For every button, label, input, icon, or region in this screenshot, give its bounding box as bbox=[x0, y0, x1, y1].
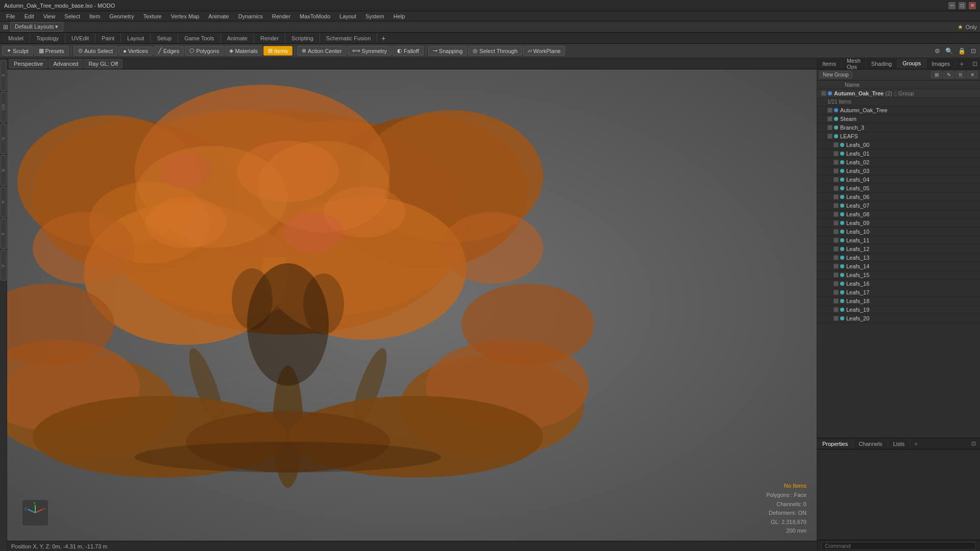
rp-tab-items[interactable]: Items bbox=[817, 59, 842, 68]
ray-gl-button[interactable]: Ray GL: Off bbox=[84, 59, 122, 68]
menu-system[interactable]: System bbox=[361, 12, 388, 20]
tab-game-tools[interactable]: Game Tools bbox=[178, 34, 221, 43]
item-leafs-19[interactable]: Leafs_19 bbox=[817, 306, 980, 314]
menu-file[interactable]: File bbox=[2, 12, 19, 20]
command-input[interactable] bbox=[821, 542, 976, 550]
menu-maxtomodo[interactable]: MaxToModo bbox=[296, 12, 334, 20]
item-leafs-17[interactable]: Leafs_17 bbox=[817, 288, 980, 297]
tab-layout[interactable]: Layout bbox=[121, 34, 151, 43]
sidebar-edge-tab[interactable]: E bbox=[1, 155, 7, 186]
items-delete-button[interactable]: ✕ bbox=[967, 71, 978, 79]
menu-dynamics[interactable]: Dynamics bbox=[234, 12, 267, 20]
menu-item[interactable]: Item bbox=[85, 12, 104, 20]
rp-tab-mesh-ops[interactable]: Mesh Ops bbox=[842, 56, 866, 71]
menu-select[interactable]: Select bbox=[60, 12, 84, 20]
tab-model[interactable]: Model bbox=[2, 34, 30, 43]
viewport[interactable]: X Z Y No Items Polygons : Face Channels:… bbox=[7, 69, 817, 541]
symmetry-button[interactable]: ⟺ Symmetry bbox=[348, 46, 392, 56]
close-button[interactable]: ✕ bbox=[969, 2, 976, 9]
item-visibility-toggle[interactable] bbox=[821, 91, 826, 96]
item-steam[interactable]: Steam bbox=[817, 115, 980, 123]
item-leafs-09[interactable]: Leafs_09 bbox=[817, 219, 980, 228]
items-copy-button[interactable]: ⎘ bbox=[955, 71, 966, 79]
polygons-button[interactable]: ⬡ Polygons bbox=[185, 46, 224, 56]
tab-setup[interactable]: Setup bbox=[151, 34, 178, 43]
items-edit-button[interactable]: ✎ bbox=[943, 71, 954, 79]
menu-texture[interactable]: Texture bbox=[139, 12, 166, 20]
sidebar-sculpt-tab[interactable]: S bbox=[1, 60, 7, 91]
workplane-button[interactable]: ▱ WorkPlane bbox=[523, 46, 566, 56]
advanced-button[interactable]: Advanced bbox=[48, 59, 83, 68]
menu-view[interactable]: View bbox=[39, 12, 60, 20]
item-leafs-14[interactable]: Leafs_14 bbox=[817, 262, 980, 271]
rp-tab-groups[interactable]: Groups bbox=[897, 59, 926, 69]
item-leafs-01[interactable]: Leafs_01 bbox=[817, 149, 980, 158]
items-view-button[interactable]: ⊞ bbox=[931, 71, 942, 79]
sidebar-uv-tab[interactable]: UV bbox=[1, 92, 7, 122]
menu-geometry[interactable]: Geometry bbox=[105, 12, 138, 20]
maximize-button[interactable]: □ bbox=[959, 2, 966, 9]
item-leafs-04[interactable]: Leafs_04 bbox=[817, 176, 980, 184]
rp-tab-add-button[interactable]: + bbox=[955, 58, 968, 69]
presets-button[interactable]: ▦ Presets bbox=[34, 46, 69, 56]
menu-edit[interactable]: Edit bbox=[20, 12, 38, 20]
minimize-button[interactable]: ─ bbox=[948, 2, 955, 9]
props-expand-button[interactable]: ⊡ bbox=[967, 439, 980, 448]
item-leafs-20[interactable]: Leafs_20 bbox=[817, 314, 980, 323]
sidebar-poly-tab[interactable]: P bbox=[1, 187, 7, 217]
items-button[interactable]: ⊞ Items bbox=[263, 46, 292, 56]
menu-render[interactable]: Render bbox=[268, 12, 295, 20]
menu-animate[interactable]: Animate bbox=[204, 12, 233, 20]
tab-scripting[interactable]: Scripting bbox=[285, 34, 320, 43]
tab-render[interactable]: Render bbox=[254, 34, 285, 43]
menu-vertex-map[interactable]: Vertex Map bbox=[167, 12, 204, 20]
rp-tab-images[interactable]: Images bbox=[926, 59, 955, 68]
vertices-button[interactable]: ● Vertices bbox=[118, 46, 153, 56]
item-autumn-oak-tree-mesh[interactable]: Autumn_Oak_Tree bbox=[817, 106, 980, 115]
item-leafs-02[interactable]: Leafs_02 bbox=[817, 158, 980, 167]
tab-uvedit[interactable]: UVEdit bbox=[65, 34, 95, 43]
materials-button[interactable]: ◈ Materials bbox=[225, 46, 262, 56]
item-vis-branch3[interactable] bbox=[827, 125, 832, 130]
item-leafs-11[interactable]: Leafs_11 bbox=[817, 236, 980, 245]
item-vis-mesh[interactable] bbox=[827, 108, 832, 113]
props-tab-add-button[interactable]: + bbox=[910, 439, 921, 448]
sidebar-fusion-tab[interactable]: F bbox=[1, 250, 7, 281]
menu-help[interactable]: Help bbox=[389, 12, 409, 20]
tab-topology[interactable]: Topology bbox=[30, 34, 65, 43]
falloff-button[interactable]: ◐ Falloff bbox=[393, 46, 424, 56]
item-branch3[interactable]: Branch_3 bbox=[817, 123, 980, 132]
viewport-lock-button[interactable]: 🔒 bbox=[956, 46, 968, 56]
viewport-search-button[interactable]: 🔍 bbox=[943, 46, 955, 56]
props-tab-properties[interactable]: Properties bbox=[817, 439, 853, 448]
item-leafs-15[interactable]: Leafs_15 bbox=[817, 271, 980, 280]
item-leafs-06[interactable]: Leafs_06 bbox=[817, 193, 980, 202]
tab-add-button[interactable]: + bbox=[377, 33, 389, 44]
menu-layout[interactable]: Layout bbox=[335, 12, 360, 20]
item-autumn-oak-tree-group[interactable]: Autumn_Oak_Tree (2) :: Group bbox=[817, 89, 980, 98]
action-center-button[interactable]: ⊕ Action Center bbox=[297, 46, 347, 56]
item-leafs-16[interactable]: Leafs_16 bbox=[817, 280, 980, 288]
select-through-button[interactable]: ◎ Select Through bbox=[468, 46, 522, 56]
item-vis-leafs[interactable] bbox=[827, 134, 832, 139]
item-leafs-12[interactable]: Leafs_12 bbox=[817, 245, 980, 254]
item-leafs-13[interactable]: Leafs_13 bbox=[817, 254, 980, 262]
sculpt-button[interactable]: ✦ Sculpt bbox=[2, 46, 33, 56]
props-tab-lists[interactable]: Lists bbox=[888, 439, 911, 448]
edges-button[interactable]: ╱ Edges bbox=[154, 46, 184, 56]
tab-schematic-fusion[interactable]: Schematic Fusion bbox=[320, 34, 377, 43]
item-leafs-00[interactable]: Leafs_00 bbox=[817, 141, 980, 149]
item-leafs[interactable]: LEAFS bbox=[817, 132, 980, 141]
props-tab-channels[interactable]: Channels bbox=[853, 439, 888, 448]
viewport-maximize-button[interactable]: ⊡ bbox=[969, 46, 978, 56]
item-leafs-03[interactable]: Leafs_03 bbox=[817, 167, 980, 176]
items-list[interactable]: Autumn_Oak_Tree (2) :: Group 1/21 Items … bbox=[817, 89, 980, 438]
default-layouts-button[interactable]: Default Layouts ▾ bbox=[10, 22, 63, 32]
item-leafs-05[interactable]: Leafs_05 bbox=[817, 184, 980, 193]
auto-select-button[interactable]: ⊙ Auto Select bbox=[74, 46, 117, 56]
rp-tab-shading[interactable]: Shading bbox=[866, 59, 897, 68]
item-vis-steam[interactable] bbox=[827, 116, 832, 121]
perspective-button[interactable]: Perspective bbox=[9, 59, 47, 68]
tab-animate[interactable]: Animate bbox=[221, 34, 254, 43]
sidebar-transform-tab[interactable]: T bbox=[1, 218, 7, 249]
